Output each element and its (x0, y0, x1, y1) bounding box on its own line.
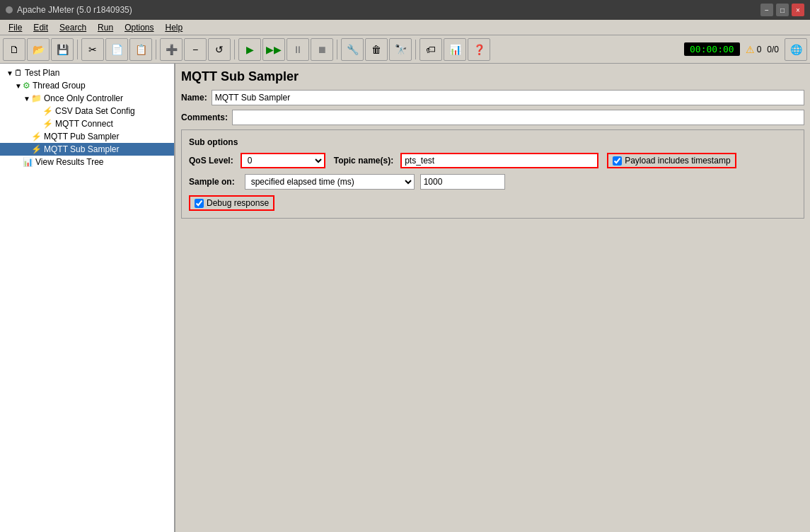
sidebar-item-view-results-tree[interactable]: 📊 View Results Tree (0, 156, 174, 168)
results-icon: 📊 (23, 157, 33, 167)
qos-row: QoS Level: 0 1 2 Topic name(s): Payloa (189, 153, 797, 168)
qos-group: QoS Level: 0 1 2 (189, 153, 325, 168)
warning-icon: ⚠ (746, 44, 755, 55)
sample-label: Sample on: (189, 177, 235, 187)
toolbar-sep-5 (415, 40, 416, 59)
toolbar-cut[interactable]: ✂ (81, 38, 104, 61)
sidebar-item-thread-group[interactable]: ▼ ⚙ Thread Group (0, 79, 174, 92)
toolbar-start[interactable]: ▶ (238, 38, 261, 61)
expand-once-only[interactable]: ▼ (23, 95, 31, 103)
debug-checkbox-group: Debug response (189, 195, 274, 211)
menu-edit[interactable]: Edit (28, 21, 54, 34)
toolbar-search[interactable]: 🔭 (389, 38, 412, 61)
menu-options[interactable]: Options (119, 21, 159, 34)
qos-label: QoS Level: (189, 156, 233, 166)
toolbar-remote[interactable]: 🌐 (785, 38, 807, 61)
toolbar-clear-all[interactable]: 🗑 (365, 38, 388, 61)
toolbar-open[interactable]: 📂 (27, 38, 50, 61)
timer-display: 00:00:00 (684, 42, 740, 56)
content-area: MQTT Sub Sampler Name: Comments: Sub opt… (175, 64, 810, 532)
menu-search[interactable]: Search (54, 21, 92, 34)
name-row: Name: (181, 90, 804, 105)
toolbar-copy[interactable]: 📄 (105, 38, 128, 61)
toolbar-sep-4 (337, 40, 337, 59)
sub-options-title: Sub options (189, 137, 797, 147)
mqtt-sub-icon: ⚡ (31, 144, 42, 154)
toolbar-stop[interactable]: ⏸ (287, 38, 309, 61)
topic-label: Topic name(s): (334, 156, 393, 166)
sidebar-item-csv-data-set[interactable]: ⚡ CSV Data Set Config (0, 105, 174, 117)
menu-file[interactable]: File (3, 21, 28, 34)
csv-icon: ⚡ (42, 106, 53, 116)
toolbar-start-no-pauses[interactable]: ▶▶ (262, 38, 285, 61)
qos-select[interactable]: 0 1 2 (241, 153, 325, 168)
toolbar-paste[interactable]: 📋 (129, 38, 152, 61)
sidebar-item-mqtt-connect[interactable]: ⚡ MQTT Connect (0, 117, 174, 130)
comments-input[interactable] (232, 110, 804, 125)
toolbar-sep-2 (156, 40, 156, 59)
toolbar-shutdown[interactable]: ⏹ (311, 38, 333, 61)
toolbar-remove[interactable]: − (184, 38, 207, 61)
comments-row: Comments: (181, 110, 804, 125)
debug-label: Debug response (207, 198, 269, 208)
maximize-button[interactable]: □ (776, 4, 789, 16)
name-label: Name: (181, 93, 207, 103)
menu-run[interactable]: Run (92, 21, 119, 34)
warning-count: 0 (757, 45, 762, 54)
sidebar-item-mqtt-pub-sampler[interactable]: ⚡ MQTT Pub Sampler (0, 130, 174, 143)
payload-checkbox-group: Payload includes timestamp (607, 153, 736, 168)
title-bar: Apache JMeter (5.0 r1840935) − □ × (0, 0, 810, 20)
testplan-icon: 🗒 (14, 68, 23, 78)
title-bar-icon (6, 6, 13, 13)
debug-checkbox[interactable] (195, 199, 204, 208)
payload-label: Payload includes timestamp (625, 156, 730, 166)
toolbar-function-helper[interactable]: 🔧 (341, 38, 364, 61)
toolbar-save[interactable]: 💾 (51, 38, 74, 61)
toolbar-new[interactable]: 🗋 (3, 38, 25, 61)
topic-input[interactable] (400, 153, 598, 168)
main-layout: ▼ 🗒 Test Plan ▼ ⚙ Thread Group ▼ 📁 Once … (0, 64, 810, 532)
panel-title: MQTT Sub Sampler (181, 69, 804, 84)
sidebar-item-mqtt-sub-sampler[interactable]: ⚡ MQTT Sub Sampler (0, 143, 174, 156)
sub-options-box: Sub options QoS Level: 0 1 2 Topic name(… (181, 129, 804, 219)
toolbar-add[interactable]: ➕ (160, 38, 183, 61)
toolbar: 🗋 📂 💾 ✂ 📄 📋 ➕ − ↺ ▶ ▶▶ ⏸ ⏹ 🔧 🗑 🔭 🏷 📊 ❓ 0… (0, 35, 810, 64)
main-panel: MQTT Sub Sampler Name: Comments: Sub opt… (181, 69, 804, 219)
toolbar-templates[interactable]: 🏷 (420, 38, 442, 61)
sidebar-item-test-plan[interactable]: ▼ 🗒 Test Plan (0, 66, 174, 79)
menu-bar: File Edit Search Run Options Help (0, 20, 810, 35)
toolbar-aggregate[interactable]: 📊 (444, 38, 466, 61)
minimize-button[interactable]: − (760, 4, 773, 16)
ratio-display: 0/0 (767, 45, 779, 54)
controller-icon: 📁 (31, 93, 42, 103)
menu-help[interactable]: Help (160, 21, 189, 34)
toolbar-clear[interactable]: ↺ (208, 38, 231, 61)
toolbar-sep-1 (77, 40, 78, 59)
toolbar-sep-3 (234, 40, 235, 59)
sample-row: Sample on: specified elapsed time (ms) n… (189, 174, 797, 190)
mqtt-pub-icon: ⚡ (31, 132, 42, 141)
title-bar-title: Apache JMeter (5.0 r1840935) (17, 5, 132, 15)
name-input[interactable] (212, 90, 804, 105)
sidebar-item-once-only-controller[interactable]: ▼ 📁 Once Only Controller (0, 92, 174, 105)
sample-select[interactable]: specified elapsed time (ms) number of re… (245, 174, 415, 190)
topic-group: Topic name(s): (334, 153, 598, 168)
warning-badge: ⚠ 0 (746, 44, 762, 55)
expand-test-plan[interactable]: ▼ (6, 69, 14, 77)
payload-checkbox[interactable] (613, 156, 622, 166)
threadgroup-icon: ⚙ (23, 81, 30, 91)
close-button[interactable]: × (792, 4, 804, 16)
expand-thread-group[interactable]: ▼ (14, 82, 23, 90)
sample-time-input[interactable] (420, 174, 505, 190)
toolbar-right: 00:00:00 ⚠ 0 0/0 🌐 (684, 38, 807, 61)
title-bar-controls: − □ × (760, 4, 804, 16)
mqtt-connect-icon: ⚡ (42, 119, 53, 129)
comments-label: Comments: (181, 112, 228, 122)
toolbar-help[interactable]: ❓ (468, 38, 490, 61)
sidebar: ▼ 🗒 Test Plan ▼ ⚙ Thread Group ▼ 📁 Once … (0, 64, 175, 532)
